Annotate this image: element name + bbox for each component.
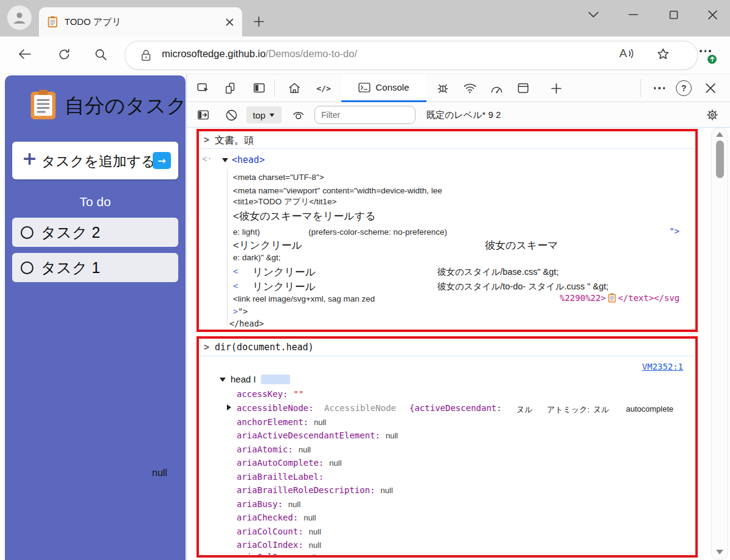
dom-line: 彼女のスタイル/base.css" &gt; [437,266,558,278]
dom-line: < [233,266,238,276]
app-title: 自分のタスク [64,92,187,120]
add-task-label: タスクを追加する [41,152,155,171]
maximize-button[interactable] [664,5,683,24]
lock-icon [140,49,152,62]
dom-line: e: dark)" &gt; [233,253,280,262]
task-item[interactable]: タスク 2 [12,218,178,247]
expand-triangle-icon[interactable] [220,378,226,382]
plus-icon: + [22,148,37,169]
profile-avatar[interactable] [7,5,32,30]
welcome-home-icon[interactable] [285,79,304,97]
minimize-button[interactable] [624,5,642,24]
dom-line: e: light) [233,227,260,237]
dom-line: <リンクリール [233,238,302,252]
expand-triangle-icon[interactable] [222,158,228,162]
browser-titlebar: TODO アプリ [0,0,730,36]
devtools-tabs-row: </> Console [187,74,730,102]
console-command: dir(document.head) [215,342,314,353]
help-icon[interactable]: ? [675,79,693,97]
object-property: ariaAutoComplete:null [237,458,342,468]
console-settings-gear-icon[interactable] [703,106,721,124]
dom-line: <tit1e>TODO アプリ</tit1e> [233,196,336,207]
new-tab-button[interactable] [249,12,268,30]
dom-line: <彼女のスキーマをリールする [233,209,376,223]
inspect-element-icon[interactable] [194,79,212,97]
search-icon[interactable] [91,45,109,63]
favorites-star-button[interactable] [656,47,670,61]
object-property: anchorElement:null [237,417,326,427]
console-tab-label: Console [375,82,409,92]
scroll-up-arrow[interactable] [716,132,723,137]
url-text[interactable]: microsoftedge.github.io/Demos/demo-to-do… [162,48,357,60]
tab-title: TODO アプリ [64,16,226,28]
read-aloud-button[interactable]: A [619,47,634,60]
scrollbar-thumb[interactable] [716,140,724,178]
object-property: ariaChecked:null [237,513,316,522]
tab-close-icon[interactable] [226,18,234,26]
expand-triangle-icon[interactable] [227,404,231,410]
address-bar[interactable]: microsoftedge.github.io/Demos/demo-to-do… [125,41,698,70]
window-close-button[interactable] [703,5,721,24]
log-levels-dropdown[interactable]: 既定のレベル* 9 2 [426,109,501,121]
console-row-separator [200,148,694,149]
device-emulation-icon[interactable] [222,79,240,97]
object-preview-value: ヌル [593,404,610,415]
task-item[interactable]: タスク 1 [12,253,178,282]
settings-more-button[interactable] [698,50,712,52]
object-property-name: accessibleNode: [237,403,313,413]
source-location-link[interactable]: VM2352:1 [642,362,683,372]
head-close-tag: </head> [229,319,264,328]
elements-code-icon[interactable]: </> [315,79,333,97]
object-property: ariaActiveDescendantElement:null [237,430,398,440]
task-checkbox[interactable] [21,261,33,274]
network-wifi-icon[interactable] [461,79,479,97]
object-preview-key: autocomplete [626,404,673,413]
object-property: ariaAtomic:null [237,444,311,454]
object-header[interactable]: head I [231,374,256,384]
scroll-down-arrow[interactable] [716,550,723,555]
tab-console[interactable]: Console [341,74,426,102]
annotation-box-head-element: > 文書。頭 <· <head> <meta charset="UTF-8"> … [196,129,698,332]
submit-task-arrow-button[interactable]: → [153,152,171,169]
devtools-panel: </> Console [186,74,730,560]
dom-line: < [233,281,238,291]
clipboard-icon [608,293,616,303]
refresh-button[interactable] [55,45,73,63]
object-property: ariaColSpan:null [237,552,316,558]
add-task-button[interactable]: + タスクを追加する → [12,142,178,179]
dom-line: >"> [233,306,248,316]
live-expression-eye-icon[interactable] [289,106,307,124]
dom-line: (prefers-color-scheme: no-preference) [308,227,447,237]
todo-app-panel: 自分のタスク + タスクを追加する → To do タスク 2 タスク 1 nu… [5,75,186,560]
stray-null-text: null [152,468,167,479]
javascript-context-dropdown[interactable]: top [246,106,282,123]
devtools-close-icon[interactable] [701,79,720,97]
object-property: ariaColCount:null [237,527,321,536]
back-button[interactable] [16,45,34,63]
application-storage-icon[interactable] [514,79,532,97]
person-icon [12,10,27,26]
console-filter-input[interactable] [315,106,415,124]
console-prompt-chevron: > [204,134,209,145]
devtools-more-options-icon[interactable] [650,79,669,97]
dom-line: <link reel image/svg+xml, sag man zed [233,294,375,303]
console-scrollbar[interactable] [711,128,728,560]
task-checkbox[interactable] [21,226,33,239]
dom-line: リンクリール [252,280,316,294]
url-path: /Demos/demo-to-do/ [266,48,357,59]
browser-address-row: microsoftedge.github.io/Demos/demo-to-do… [0,36,730,74]
clear-console-icon[interactable] [222,106,240,124]
debugger-bug-icon[interactable] [434,79,452,97]
object-preview-key: {activeDescendant: [409,403,502,413]
console-prompt-chevron: > [204,342,209,353]
activity-bar-layout-icon[interactable] [250,79,268,97]
performance-gauge-icon[interactable] [487,79,506,97]
tab-actions-chevron[interactable] [584,5,602,24]
dom-line: "> [669,226,680,236]
console-sidebar-toggle-icon[interactable] [194,106,212,124]
object-property: ariaBrailleLabel: [237,472,329,482]
more-tools-add-icon[interactable] [547,79,565,97]
object-header-highlight [261,375,290,384]
task-label: タスク 1 [41,258,100,278]
browser-tab[interactable]: TODO アプリ [39,7,242,36]
